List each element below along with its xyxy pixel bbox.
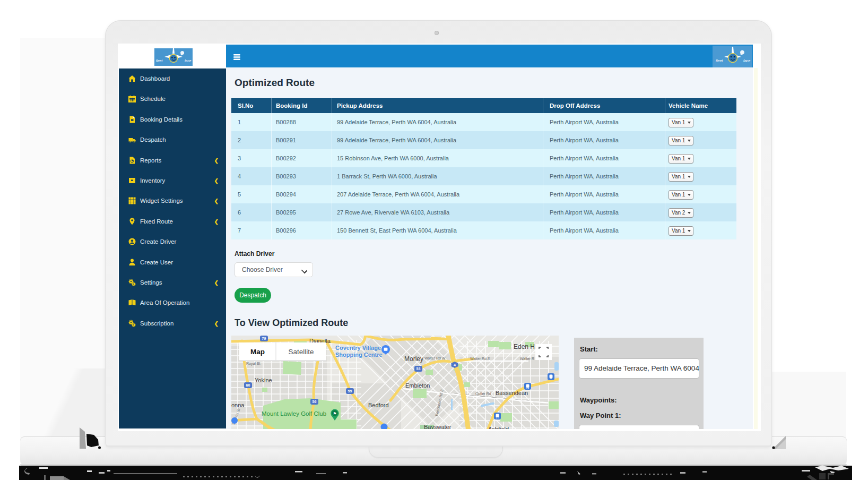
svg-text:Walter Rd W: Walter Rd W [424,356,446,360]
svg-text:4: 4 [454,363,456,367]
svg-text:Royal St: Royal St [246,362,261,366]
svg-text:⚑: ⚑ [333,412,336,416]
svg-text:Coventry Village: Coventry Village [335,345,381,351]
svg-text:Mount Lawley Golf Club: Mount Lawley Golf Club [262,410,326,417]
svg-text:Cutler Rd: Cutler Rd [475,392,491,396]
svg-text:Eden Hi: Eden Hi [514,343,536,350]
svg-text:Bassendean: Bassendean [496,390,528,396]
svg-text:Walter R: Walter R [520,357,534,361]
svg-text:Ashfield: Ashfield [488,426,509,429]
svg-text:Morley: Morley [404,355,423,363]
svg-text:face: face [185,59,192,63]
svg-text:fleet: fleet [156,59,163,63]
svg-text:Embleton: Embleton [405,382,430,389]
svg-text:Bayswater: Bayswater [424,424,452,429]
svg-text:79: 79 [262,337,266,340]
svg-text:fleet: fleet [716,59,723,63]
svg-text:53: 53 [416,367,421,371]
svg-text:Walter Rd E: Walter Rd E [470,357,490,361]
svg-text:Yokine: Yokine [255,377,272,383]
svg-text:Satellite: Satellite [288,348,314,356]
svg-text:Shopping Centre: Shopping Centre [335,352,383,358]
svg-text:Map: Map [250,348,265,356]
svg-text:Bedford: Bedford [368,402,389,408]
svg-text:onna: onna [231,402,245,408]
svg-text:60: 60 [246,383,250,387]
svg-text:55: 55 [348,389,352,393]
svg-text:face: face [743,59,750,63]
svg-text:56: 56 [313,400,317,404]
